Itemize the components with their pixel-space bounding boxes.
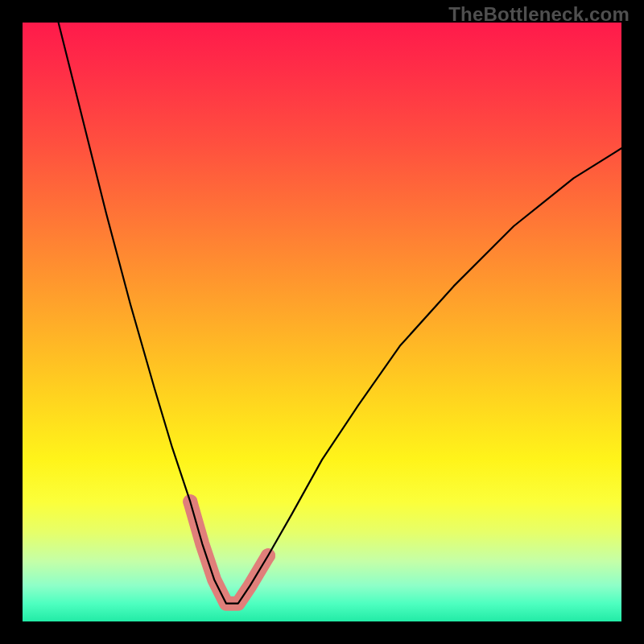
- optimal-range-marker: [190, 502, 268, 604]
- watermark-text: TheBottleneck.com: [448, 3, 630, 26]
- plot-svg: [23, 23, 621, 621]
- chart-frame: TheBottleneck.com: [0, 0, 644, 644]
- bottleneck-curve: [59, 23, 621, 604]
